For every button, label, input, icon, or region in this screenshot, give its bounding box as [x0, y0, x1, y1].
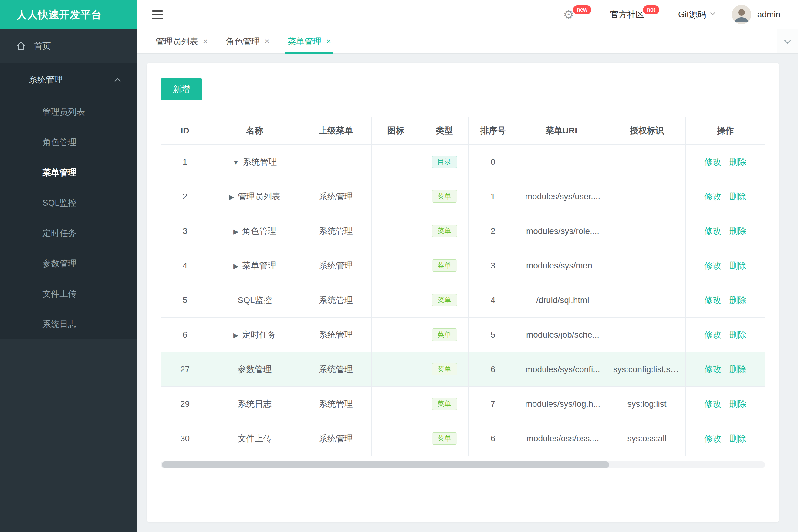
community-label: 官方社区 [610, 9, 644, 20]
tab-label: 菜单管理 [287, 36, 321, 47]
sidebar-group-label: 系统管理 [29, 74, 63, 86]
tabs-dropdown-button[interactable] [777, 30, 798, 53]
cell-url: /druid/sql.html [517, 283, 608, 318]
cell-id: 29 [161, 387, 209, 421]
sidebar-item-3[interactable]: SQL监控 [0, 188, 137, 218]
gear-icon: ⚙ [563, 8, 574, 21]
menu-toggle-button[interactable] [152, 10, 163, 19]
cell-name: ▶管理员列表 [209, 179, 300, 214]
cell-name: 文件上传 [209, 421, 300, 456]
type-badge: 菜单 [432, 398, 457, 410]
community-link[interactable]: 官方社区 hot [610, 9, 661, 20]
sidebar-item-home[interactable]: 首页 [0, 30, 137, 63]
tab-label: 角色管理 [226, 36, 260, 47]
delete-link[interactable]: 删除 [729, 365, 746, 374]
table-row: 3▶角色管理系统管理菜单2modules/sys/role....修改删除 [161, 214, 765, 248]
cell-name: ▶定时任务 [209, 318, 300, 352]
edit-link[interactable]: 修改 [705, 296, 722, 305]
column-header-1: 名称 [209, 117, 300, 145]
cell-order: 7 [469, 387, 517, 421]
edit-link[interactable]: 修改 [705, 157, 722, 167]
edit-link[interactable]: 修改 [705, 399, 722, 408]
cell-icon [372, 283, 420, 318]
cell-type: 菜单 [420, 352, 469, 387]
delete-link[interactable]: 删除 [729, 399, 746, 408]
cell-perms: sys:oss:all [608, 421, 686, 456]
cell-id: 6 [161, 318, 209, 352]
horizontal-scrollbar[interactable] [161, 461, 765, 468]
type-badge: 菜单 [432, 225, 457, 237]
edit-link[interactable]: 修改 [705, 261, 722, 270]
add-button[interactable]: 新增 [161, 78, 202, 100]
table-row: 4▶菜单管理系统管理菜单3modules/sys/men...修改删除 [161, 248, 765, 283]
cell-parent: 系统管理 [300, 318, 372, 352]
expand-arrow-icon[interactable]: ▶ [233, 262, 239, 270]
sidebar-item-5[interactable]: 参数管理 [0, 248, 137, 279]
delete-link[interactable]: 删除 [729, 157, 746, 167]
expand-arrow-icon[interactable]: ▶ [229, 193, 234, 201]
menu-name: 文件上传 [238, 434, 272, 443]
delete-link[interactable]: 删除 [729, 226, 746, 236]
sidebar-item-0[interactable]: 管理员列表 [0, 97, 137, 127]
sidebar-item-2[interactable]: 菜单管理 [0, 157, 137, 188]
tab-2[interactable]: 菜单管理× [278, 30, 340, 53]
sidebar-item-4[interactable]: 定时任务 [0, 218, 137, 248]
menu-name: 菜单管理 [242, 261, 276, 270]
delete-link[interactable]: 删除 [729, 192, 746, 201]
edit-link[interactable]: 修改 [705, 365, 722, 374]
edit-link[interactable]: 修改 [705, 192, 722, 201]
edit-link[interactable]: 修改 [705, 330, 722, 339]
tab-close-icon[interactable]: × [264, 37, 269, 46]
expand-arrow-icon[interactable]: ▶ [233, 331, 239, 339]
cell-perms: sys:config:list,sys:. [608, 352, 686, 387]
cell-url: modules/sys/user.... [517, 179, 608, 214]
delete-link[interactable]: 删除 [729, 296, 746, 305]
cell-icon [372, 179, 420, 214]
settings-button[interactable]: ⚙ new [563, 8, 593, 21]
delete-link[interactable]: 删除 [729, 434, 746, 443]
tab-1[interactable]: 角色管理× [217, 30, 278, 53]
expand-arrow-icon[interactable]: ▼ [233, 159, 239, 166]
git-source-link[interactable]: Git源码 [678, 9, 714, 20]
cell-id: 4 [161, 248, 209, 283]
sidebar-group-system-toggle[interactable]: 系统管理 [0, 63, 137, 97]
tab-close-icon[interactable]: × [203, 37, 207, 46]
edit-link[interactable]: 修改 [705, 226, 722, 236]
column-header-6: 菜单URL [517, 117, 608, 145]
cell-ops: 修改删除 [686, 214, 765, 248]
sidebar-item-6[interactable]: 文件上传 [0, 279, 137, 309]
cell-ops: 修改删除 [686, 318, 765, 352]
sidebar-item-1[interactable]: 角色管理 [0, 127, 137, 157]
chevron-up-icon [114, 78, 121, 84]
type-badge: 菜单 [432, 259, 457, 272]
cell-name: ▶菜单管理 [209, 248, 300, 283]
cell-order: 0 [469, 145, 517, 179]
expand-arrow-icon[interactable]: ▶ [233, 228, 239, 235]
edit-link[interactable]: 修改 [705, 434, 722, 443]
tab-0[interactable]: 管理员列表× [147, 30, 217, 53]
sidebar-item-7[interactable]: 系统日志 [0, 309, 137, 339]
cell-ops: 修改删除 [686, 248, 765, 283]
delete-link[interactable]: 删除 [729, 261, 746, 270]
delete-link[interactable]: 删除 [729, 330, 746, 339]
avatar [732, 5, 751, 24]
cell-order: 4 [469, 283, 517, 318]
tab-close-icon[interactable]: × [326, 37, 331, 46]
home-icon [16, 41, 26, 51]
cell-parent: 系统管理 [300, 283, 372, 318]
cell-perms: sys:log:list [608, 387, 686, 421]
cell-id: 3 [161, 214, 209, 248]
topbar-right: ⚙ new 官方社区 hot Git源码 adm [563, 5, 780, 24]
cell-perms [608, 283, 686, 318]
cell-order: 6 [469, 421, 517, 456]
cell-parent: 系统管理 [300, 387, 372, 421]
menu-name: 系统管理 [243, 157, 277, 167]
main-column: ⚙ new 官方社区 hot Git源码 adm [137, 0, 798, 532]
user-menu[interactable]: admin [732, 5, 780, 24]
git-label: Git源码 [678, 9, 706, 20]
column-header-3: 图标 [372, 117, 420, 145]
tabs: 管理员列表×角色管理×菜单管理× [137, 30, 340, 53]
cell-type: 菜单 [420, 248, 469, 283]
username: admin [757, 10, 780, 19]
scrollbar-thumb[interactable] [162, 461, 609, 468]
